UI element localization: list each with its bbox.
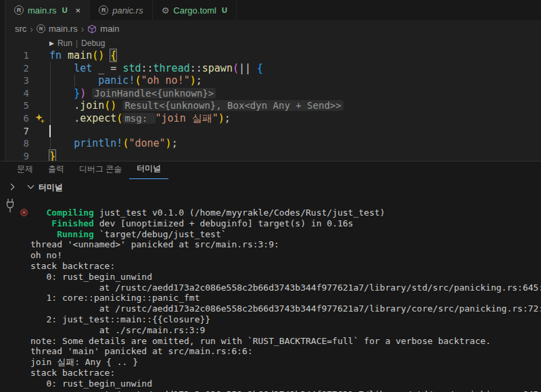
chevron-right-icon: › <box>81 24 85 34</box>
run-icon: ▶ <box>49 40 54 47</box>
tab-panic-rs[interactable]: R panic.rs <box>90 0 153 20</box>
tab-label: panic.rs <box>112 5 143 16</box>
breadcrumb-file[interactable]: main.rs <box>49 24 78 34</box>
gutter <box>29 49 49 62</box>
tab-label: Cargo.toml <box>173 5 216 16</box>
gutter <box>29 125 49 138</box>
terminal-line: 0: rust_begin_unwind <box>30 272 541 283</box>
terminal-line: × Compiling just_test v0.1.0 (/home/myyr… <box>30 207 541 218</box>
codelens-separator: | <box>76 39 78 48</box>
gear-icon: ⚙ <box>162 5 170 16</box>
terminal-line: at /rustc/aedd173a2c086e558c2b66d3743b34… <box>30 389 541 392</box>
cropped-sidebar-edge <box>0 0 5 161</box>
command-error-decoration-icon[interactable]: × <box>20 209 28 216</box>
breadcrumb-symbol[interactable]: main <box>100 24 119 34</box>
sparkle-quickfix-icon[interactable] <box>29 112 49 125</box>
terminal-line: thread '<unnamed>' panicked at src/main.… <box>30 239 541 250</box>
terminal-line: note: Some details are omitted, run with… <box>30 336 541 347</box>
code-line[interactable]: 7 <box>5 125 541 138</box>
code-text: }) JoinHandle<{unknown}> <box>49 87 216 100</box>
line-number: 6 <box>5 112 29 125</box>
tab-cargo-toml[interactable]: ⚙ Cargo.toml U <box>153 0 237 20</box>
indent-guide <box>74 74 75 87</box>
gutter <box>29 99 49 112</box>
codelens: ▶ Run | Debug <box>49 36 541 49</box>
line-number: 8 <box>5 137 29 150</box>
code-text: panic!("oh no!"); <box>49 74 202 87</box>
panel-tab-debug-console[interactable]: 디버그 콘솔 <box>72 160 129 179</box>
terminal-lines: × Compiling just_test v0.1.0 (/home/myyr… <box>30 207 541 392</box>
terminal-line: oh no! <box>30 250 541 261</box>
line-number: 2 <box>5 62 29 75</box>
panel-tab-terminal[interactable]: 터미널 <box>129 160 168 179</box>
line-number: 5 <box>5 99 29 112</box>
rust-file-icon: R <box>99 5 108 15</box>
text-cursor <box>49 125 51 137</box>
panel-tab-problems[interactable]: 문제 <box>9 160 41 179</box>
terminal-line: 1: core::panicking::panic_fmt <box>30 293 541 303</box>
codelens-run[interactable]: Run <box>57 39 72 48</box>
terminal-line: Running `target/debug/just_test` <box>30 229 541 240</box>
code-text: println!("done"); <box>49 137 178 150</box>
terminal-line: thread 'main' panicked at src/main.rs:6:… <box>30 346 541 357</box>
git-untracked-badge: U <box>62 6 68 14</box>
code-line[interactable]: 8 println!("done"); <box>5 137 541 150</box>
chevron-right-icon[interactable] <box>8 184 15 191</box>
gutter <box>29 137 49 150</box>
terminal-line: stack backtrace: <box>30 368 541 378</box>
chevron-right-icon: › <box>30 24 33 34</box>
terminal-line: at /rustc/aedd173a2c086e558c2b66d3743b34… <box>30 303 541 314</box>
code-line[interactable]: 2 let _ = std::thread::spawn(|| { <box>5 62 541 75</box>
rust-file-icon: R <box>37 24 45 33</box>
codelens-debug[interactable]: Debug <box>81 39 105 48</box>
symbol-cube-icon <box>87 24 97 34</box>
terminal-line: 2: just_test::main::{{closure}} <box>30 314 541 325</box>
terminal-line: Finished dev [unoptimized + debuginfo] t… <box>30 218 541 229</box>
code-text: fn main() { <box>49 49 116 62</box>
gutter <box>29 74 49 87</box>
terminal-section-title: 터미널 <box>39 182 63 193</box>
panel-tab-bar: 문제 출력 디버그 콘솔 터미널 <box>0 162 541 179</box>
terminal-line: stack backtrace: <box>30 261 541 272</box>
code-line[interactable]: 5 .join() Result<{unknown}, Box<dyn Any … <box>5 99 541 112</box>
code-text: .expect(msg: "join 실패"); <box>49 112 231 125</box>
breadcrumb: src › R main.rs › main <box>5 20 541 37</box>
code-line[interactable]: 3 panic!("oh no!"); <box>5 74 541 87</box>
close-icon[interactable]: × <box>76 5 81 16</box>
terminal-line: at ./src/main.rs:3:9 <box>30 325 541 336</box>
gutter <box>29 62 49 75</box>
bottom-panel: 문제 출력 디버그 콘솔 터미널 터미널 × Compiling just_te… <box>0 161 541 392</box>
terminal-output[interactable]: × Compiling just_test v0.1.0 (/home/myyr… <box>0 195 541 392</box>
code-line[interactable]: 1fn main() { <box>5 49 541 62</box>
code-line[interactable]: 6 .expect(msg: "join 실패"); <box>5 112 541 125</box>
editor-tab-bar: R main.rs U × R panic.rs ⚙ Cargo.toml U <box>5 0 541 20</box>
git-untracked-badge: U <box>222 6 227 14</box>
rust-file-icon: R <box>14 5 24 15</box>
code-text: let _ = std::thread::spawn(|| { <box>49 62 263 75</box>
line-number: 3 <box>5 74 29 87</box>
tab-main-rs[interactable]: R main.rs U × <box>5 0 90 20</box>
terminal-line: at /rustc/aedd173a2c086e558c2b66d3743b34… <box>30 283 541 293</box>
terminal-line: join 실패: Any { .. } <box>30 357 541 368</box>
gutter <box>29 87 49 100</box>
code-editor[interactable]: ▶ Run | Debug 1fn main() {2 let _ = std:… <box>5 36 541 165</box>
tab-label: main.rs <box>28 5 57 16</box>
breadcrumb-src[interactable]: src <box>15 24 26 34</box>
code-text: .join() Result<{unknown}, Box<dyn Any + … <box>49 99 344 112</box>
terminal-line: 0: rust_begin_unwind <box>30 378 541 389</box>
line-number: 7 <box>5 125 29 138</box>
panel-tab-output[interactable]: 출력 <box>41 160 72 179</box>
terminal-section-header: 터미널 <box>0 179 541 195</box>
code-lines: 1fn main() {2 let _ = std::thread::spawn… <box>5 49 541 162</box>
line-number: 1 <box>5 49 29 62</box>
code-line[interactable]: 4 }) JoinHandle<{unknown}> <box>5 87 541 100</box>
chevron-down-icon[interactable] <box>28 182 34 189</box>
line-number: 4 <box>5 87 29 100</box>
